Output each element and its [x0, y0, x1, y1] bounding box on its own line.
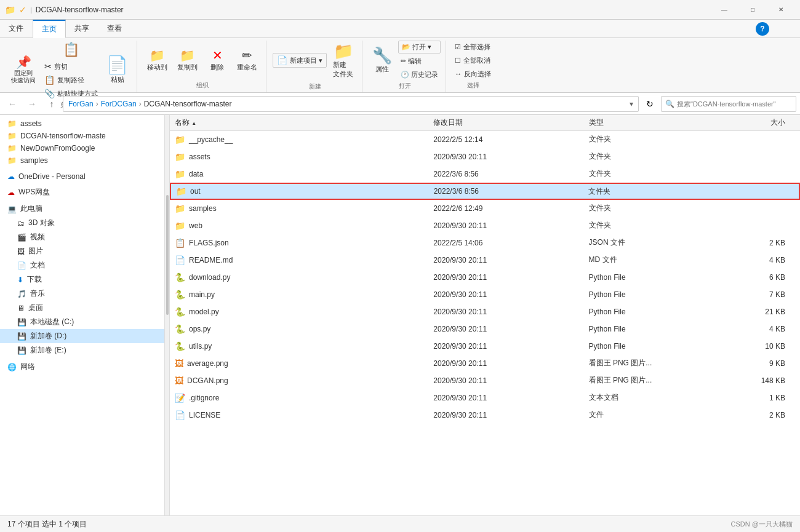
organize-buttons: 📁 移动到 📁 复制到 ✕ 删除 ✏ 重命名 — [143, 41, 261, 80]
path-segment-2[interactable]: ForDCGan — [101, 100, 137, 108]
properties-button[interactable]: 🔧 属性 — [369, 45, 396, 76]
table-row[interactable]: 📄 README.md 2020/9/30 20:11 MD 文件 4 KB — [170, 252, 800, 269]
clipboard-buttons: 📌 固定到快速访问 📋 ✂ 剪切 📋 复制路径 — [7, 41, 132, 100]
refresh-button[interactable]: ↻ — [641, 96, 658, 112]
table-row[interactable]: 🐍 main.py 2020/9/30 20:11 Python File 7 … — [170, 286, 800, 303]
properties-label: 属性 — [375, 65, 389, 74]
column-type[interactable]: 类型 — [589, 117, 713, 128]
desktop-icon: 🖥 — [17, 304, 25, 312]
sidebar-label-music: 音乐 — [30, 288, 45, 299]
title-bar: 📁 ✓ | DCGAN-tensorflow-master — □ ✕ — [0, 0, 800, 20]
tab-share[interactable]: 共享 — [66, 20, 98, 38]
sidebar-item-image[interactable]: 🖼 图片 — [0, 244, 164, 258]
cut-label: 剪切 — [54, 62, 68, 71]
file-type: JSON 文件 — [589, 237, 713, 248]
folder-icon: 📁 — [7, 156, 17, 165]
invert-selection-button[interactable]: ↔ 反向选择 — [452, 68, 494, 80]
column-size[interactable]: 大小 — [713, 117, 795, 128]
select-all-icon: ☑ — [455, 43, 461, 51]
cut-button[interactable]: ✂ 剪切 — [42, 60, 100, 73]
address-path[interactable]: ForGan › ForDCGan › DCGAN-tensorflow-mas… — [63, 96, 639, 112]
sidebar-item-dcgan[interactable]: 📁 DCGAN-tensorflow-maste — [0, 130, 164, 142]
sidebar-item-samples[interactable]: 📁 samples — [0, 154, 164, 167]
sidebar-item-computer[interactable]: 💻 此电脑 — [0, 202, 164, 216]
sidebar-item-e-drive[interactable]: 💾 新加卷 (E:) — [0, 343, 164, 357]
edit-button[interactable]: ✏ 编辑 — [398, 55, 441, 67]
path-segment-1[interactable]: ForGan — [68, 100, 94, 108]
column-date[interactable]: 修改日期 — [433, 117, 588, 128]
table-row[interactable]: 📁 samples 2022/2/6 12:49 文件夹 — [170, 200, 800, 217]
sidebar-item-doc[interactable]: 📄 文档 — [0, 258, 164, 272]
pin-to-quickaccess-button[interactable]: 📌 固定到快速访问 — [7, 54, 39, 87]
up-button[interactable]: ↑ — [43, 96, 60, 112]
sidebar-item-d-drive[interactable]: 💾 新加卷 (D:) — [0, 329, 164, 343]
paste-button[interactable]: 📄 粘贴 — [103, 54, 132, 87]
table-row[interactable]: 🐍 ops.py 2020/9/30 20:11 Python File 4 K… — [170, 320, 800, 338]
sidebar-item-assets[interactable]: 📁 assets — [0, 117, 164, 130]
delete-button[interactable]: ✕ 删除 — [204, 47, 231, 74]
pin-icon: 📌 — [16, 56, 31, 68]
file-date: 2020/9/30 20:11 — [433, 256, 588, 264]
table-row[interactable]: 🐍 utils.py 2020/9/30 20:11 Python File 1… — [170, 338, 800, 355]
history-button[interactable]: 🕐 历史记录 — [398, 69, 441, 81]
sidebar-item-download[interactable]: ⬇ 下载 — [0, 272, 164, 287]
copy-button[interactable]: 📋 — [42, 41, 100, 59]
column-name[interactable]: 名称 ▲ — [175, 117, 433, 128]
table-row[interactable]: 🐍 model.py 2020/9/30 20:11 Python File 2… — [170, 303, 800, 320]
file-size: 148 KB — [713, 376, 795, 385]
status-text: 17 个项目 选中 1 个项目 — [7, 519, 87, 530]
sidebar-item-music[interactable]: 🎵 音乐 — [0, 287, 164, 301]
sidebar-item-network[interactable]: 🌐 网络 — [0, 360, 164, 374]
copy-to-button[interactable]: 📁 复制到 — [174, 47, 201, 74]
rename-icon: ✏ — [242, 49, 252, 62]
table-row[interactable]: 🖼 DCGAN.png 2020/9/30 20:11 看图王 PNG 图片..… — [170, 372, 800, 389]
path-separator-2: › — [139, 100, 142, 108]
new-folder-button[interactable]: 📁 新建文件夹 — [329, 41, 357, 81]
path-segment-3[interactable]: DCGAN-tensorflow-master — [144, 100, 232, 108]
help-icon[interactable]: ? — [756, 22, 769, 36]
tab-home[interactable]: 主页 — [33, 20, 66, 38]
search-box[interactable]: 🔍 — [661, 96, 796, 112]
table-row[interactable]: 📁 web 2020/9/30 20:11 文件夹 — [170, 217, 800, 234]
move-to-button[interactable]: 📁 移动到 — [143, 47, 171, 74]
table-row[interactable]: 📄 LICENSE 2020/9/30 20:11 文件 2 KB — [170, 407, 800, 424]
tab-view[interactable]: 查看 — [98, 20, 131, 38]
rename-button[interactable]: ✏ 重命名 — [233, 47, 261, 74]
copy-path-button[interactable]: 📋 复制路径 — [42, 74, 100, 86]
maximize-button[interactable]: □ — [738, 0, 767, 20]
back-button[interactable]: ← — [4, 96, 21, 112]
table-row[interactable]: 📁 data 2022/3/6 8:56 文件夹 — [170, 165, 800, 183]
sidebar-item-onedrive[interactable]: ☁ OneDrive - Personal — [0, 170, 164, 183]
clipboard-small-buttons: ✂ 剪切 📋 复制路径 📎 粘贴快捷方式 — [42, 60, 100, 100]
minimize-button[interactable]: — — [710, 0, 738, 20]
new-item-button[interactable]: 📄 新建项目 ▾ — [273, 53, 327, 68]
file-list-header: 名称 ▲ 修改日期 类型 大小 — [170, 115, 800, 131]
sidebar-label-computer: 此电脑 — [20, 204, 42, 214]
dropdown-icon[interactable]: ▾ — [630, 100, 633, 108]
sidebar-item-desktop[interactable]: 🖥 桌面 — [0, 301, 164, 315]
search-input[interactable] — [677, 100, 792, 108]
table-row[interactable]: 📁 out 2022/3/6 8:56 文件夹 — [170, 183, 800, 200]
sidebar-item-c-drive[interactable]: 💾 本地磁盘 (C:) — [0, 315, 164, 329]
table-row[interactable]: 📋 FLAGS.json 2022/2/5 14:06 JSON 文件 2 KB — [170, 234, 800, 252]
sidebar-item-newdown[interactable]: 📁 NewDownFromGoogle — [0, 142, 164, 154]
table-row[interactable]: 🐍 download.py 2020/9/30 20:11 Python Fil… — [170, 269, 800, 286]
file-size: 7 KB — [713, 290, 795, 299]
sidebar-item-3d[interactable]: 🗂 3D 对象 — [0, 216, 164, 230]
close-button[interactable]: ✕ — [767, 0, 795, 20]
sidebar-item-wps[interactable]: ☁ WPS网盘 — [0, 185, 164, 199]
sidebar-item-video[interactable]: 🎬 视频 — [0, 230, 164, 244]
open-button[interactable]: 📂 打开 ▾ — [398, 41, 441, 54]
file-date: 2020/9/30 20:11 — [433, 290, 588, 299]
table-row[interactable]: 🖼 average.png 2020/9/30 20:11 看图王 PNG 图片… — [170, 355, 800, 372]
select-all-button[interactable]: ☑ 全部选择 — [452, 41, 494, 53]
tab-file[interactable]: 文件 — [0, 20, 33, 38]
forward-button[interactable]: → — [23, 96, 41, 112]
sidebar-scrollbar[interactable] — [165, 115, 170, 515]
sidebar-label-desktop: 桌面 — [28, 303, 43, 313]
table-row[interactable]: 📁 __pycache__ 2022/2/5 12:14 文件夹 — [170, 131, 800, 148]
deselect-all-button[interactable]: ☐ 全部取消 — [452, 55, 494, 66]
file-date: 2022/3/6 8:56 — [434, 187, 588, 196]
table-row[interactable]: 📁 assets 2020/9/30 20:11 文件夹 — [170, 148, 800, 165]
table-row[interactable]: 📝 .gitignore 2020/9/30 20:11 文本文档 1 KB — [170, 389, 800, 407]
